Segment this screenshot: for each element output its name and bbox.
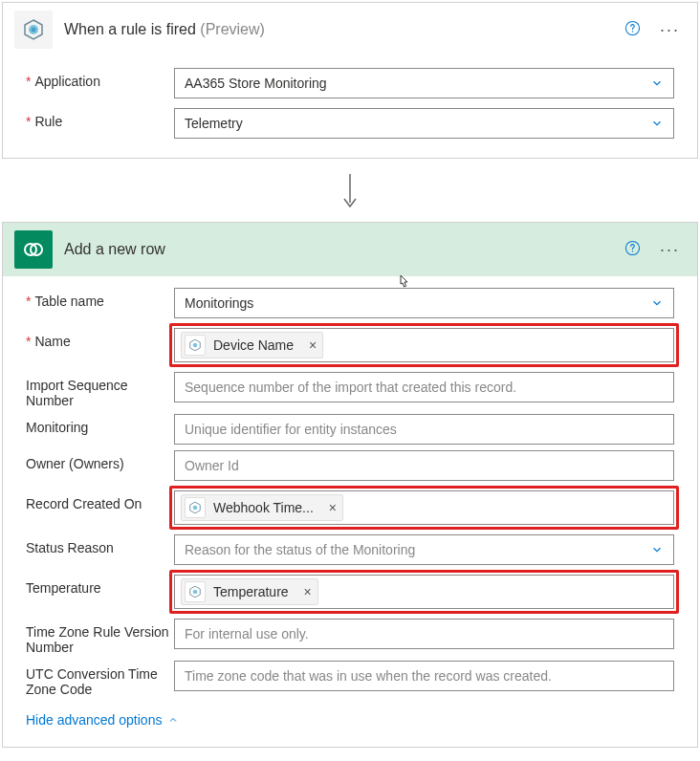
svg-point-4 <box>632 31 633 32</box>
utc-conv-input[interactable]: Time zone code that was in use when the … <box>174 661 674 691</box>
monitoring-input[interactable]: Unique identifier for entity instances <box>174 414 674 445</box>
rule-label: *Rule <box>26 108 174 129</box>
help-icon[interactable] <box>624 240 641 259</box>
utc-conv-label: UTC Conversion Time Zone Code <box>26 661 174 697</box>
svg-point-13 <box>193 506 198 511</box>
help-icon[interactable] <box>624 20 641 39</box>
iot-central-icon <box>185 581 206 602</box>
chevron-down-icon <box>650 296 664 310</box>
chevron-down-icon <box>650 543 664 556</box>
svg-point-11 <box>193 343 198 348</box>
svg-point-15 <box>193 590 198 595</box>
import-seq-input[interactable]: Sequence number of the import that creat… <box>174 372 674 402</box>
more-icon[interactable]: ··· <box>660 241 680 258</box>
trigger-card: When a rule is fired (Preview) ··· *Appl… <box>2 2 698 159</box>
action-header[interactable]: Add a new row ··· <box>3 223 697 276</box>
iot-central-icon <box>185 335 206 356</box>
record-created-highlight: Webhook Time... × <box>169 486 679 530</box>
temperature-highlight: Temperature × <box>169 570 679 614</box>
temperature-token[interactable]: Temperature × <box>181 578 318 605</box>
status-reason-label: Status Reason <box>26 534 174 555</box>
rule-select[interactable]: Telemetry <box>174 108 674 139</box>
application-select[interactable]: AA365 Store Monitoring <box>174 68 674 98</box>
flow-arrow <box>2 163 698 222</box>
svg-point-2 <box>32 28 36 33</box>
chevron-down-icon <box>650 117 664 130</box>
webhook-time-token[interactable]: Webhook Time... × <box>181 494 343 521</box>
svg-point-9 <box>632 250 633 251</box>
temperature-label: Temperature <box>26 575 174 596</box>
more-icon[interactable]: ··· <box>660 21 680 38</box>
trigger-title: When a rule is fired (Preview) <box>64 21 624 38</box>
trigger-body: *Application AA365 Store Monitoring *Rul… <box>3 56 697 158</box>
table-name-select[interactable]: Monitorings <box>174 288 674 318</box>
action-body: *Table name Monitorings *Name Device Nam… <box>3 276 697 747</box>
iot-central-icon <box>14 11 53 49</box>
owner-label: Owner (Owners) <box>26 450 174 471</box>
iot-central-icon <box>185 497 206 518</box>
token-remove-icon[interactable]: × <box>309 337 317 353</box>
tz-rule-label: Time Zone Rule Version Number <box>26 619 174 655</box>
device-name-token[interactable]: Device Name × <box>181 332 323 359</box>
token-remove-icon[interactable]: × <box>304 584 312 599</box>
record-created-input[interactable]: Webhook Time... × <box>174 490 674 525</box>
name-label: *Name <box>26 328 174 349</box>
hide-advanced-link[interactable]: Hide advanced options <box>26 712 179 728</box>
record-created-label: Record Created On <box>26 490 174 511</box>
action-title: Add a new row <box>64 241 624 258</box>
action-card: Add a new row ··· *Table name Monitoring… <box>2 222 698 748</box>
table-name-label: *Table name <box>26 288 174 309</box>
name-input[interactable]: Device Name × <box>174 328 674 362</box>
tz-rule-input[interactable]: For internal use only. <box>174 619 674 649</box>
temperature-input[interactable]: Temperature × <box>174 575 674 609</box>
owner-input[interactable]: Owner Id <box>174 450 674 481</box>
chevron-up-icon <box>167 714 179 726</box>
chevron-down-icon <box>650 76 664 90</box>
application-label: *Application <box>26 68 174 89</box>
dataverse-icon <box>14 230 53 269</box>
import-seq-label: Import Sequence Number <box>26 372 174 408</box>
token-remove-icon[interactable]: × <box>329 500 337 515</box>
trigger-header[interactable]: When a rule is fired (Preview) ··· <box>3 3 697 56</box>
status-reason-select[interactable]: Reason for the status of the Monitoring <box>174 534 674 565</box>
name-highlight: Device Name × <box>169 323 679 367</box>
monitoring-label: Monitoring <box>26 414 174 435</box>
